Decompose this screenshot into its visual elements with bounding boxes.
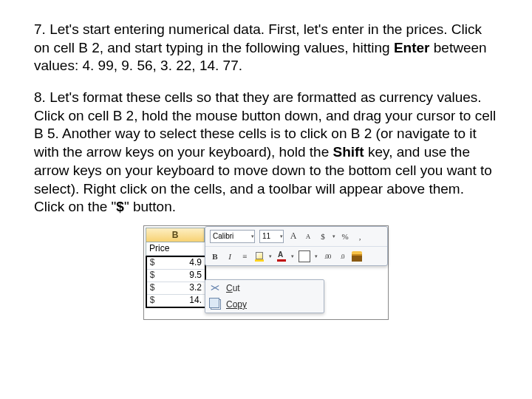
decrease-decimal-button[interactable]: .0 [337, 251, 347, 262]
cell-b3[interactable]: $9.5 [147, 270, 205, 282]
step-8-shift: Shift [332, 144, 364, 160]
mini-toolbar: Calibri▾ 11▾ A A $▾ % , B I ≡ ▾ ▾ ▾ .00 … [205, 226, 388, 266]
grow-font-icon[interactable]: A [288, 231, 299, 242]
cell-b2[interactable]: $4.9 [147, 257, 205, 270]
copy-icon [210, 299, 222, 310]
dropdown-icon[interactable]: ▾ [291, 253, 294, 259]
step-7: 7. Let's start entering numerical data. … [34, 21, 498, 75]
increase-decimal-button[interactable]: .00 [322, 251, 332, 262]
selected-range[interactable]: $4.9 $9.5 $3.2 $14. [146, 256, 206, 308]
font-size-select[interactable]: 11▾ [259, 230, 284, 243]
row-header-price: Price [146, 242, 208, 256]
align-center-icon[interactable]: ≡ [239, 251, 250, 262]
shrink-font-icon[interactable]: A [303, 231, 313, 242]
scissors-icon [210, 282, 222, 294]
step-8: 8. Let's format these cells so that they… [34, 89, 498, 216]
borders-button[interactable] [299, 250, 310, 262]
font-name-select[interactable]: Calibri▾ [210, 230, 255, 243]
step-8-text-3: " button. [124, 199, 176, 214]
dropdown-icon[interactable]: ▾ [332, 233, 335, 239]
column-header-b[interactable]: B [146, 228, 205, 242]
fill-color-button[interactable] [254, 251, 265, 262]
percent-format-button[interactable]: % [340, 231, 350, 242]
accounting-format-button[interactable]: $ [318, 231, 328, 242]
italic-button[interactable]: I [225, 251, 235, 262]
dropdown-icon[interactable]: ▾ [315, 253, 318, 259]
context-menu: Cut Copy [205, 279, 324, 313]
font-color-button[interactable] [276, 251, 287, 262]
dropdown-icon[interactable]: ▾ [269, 253, 272, 259]
comma-format-button[interactable]: , [355, 231, 365, 242]
context-copy[interactable]: Copy [205, 296, 324, 313]
excel-screenshot: Calibri▾ 11▾ A A $▾ % , B I ≡ ▾ ▾ ▾ .00 … [143, 225, 389, 320]
step-7-enter: Enter [394, 40, 430, 55]
step-7-num: 7. [34, 21, 50, 37]
format-painter-icon[interactable] [352, 251, 362, 262]
step-8-dollar: $ [116, 199, 124, 214]
cell-b5[interactable]: $14. [147, 295, 205, 307]
cell-b4[interactable]: $3.2 [147, 282, 205, 295]
bold-button[interactable]: B [210, 251, 220, 262]
step-8-num: 8. [34, 89, 50, 105]
context-cut[interactable]: Cut [205, 280, 324, 296]
